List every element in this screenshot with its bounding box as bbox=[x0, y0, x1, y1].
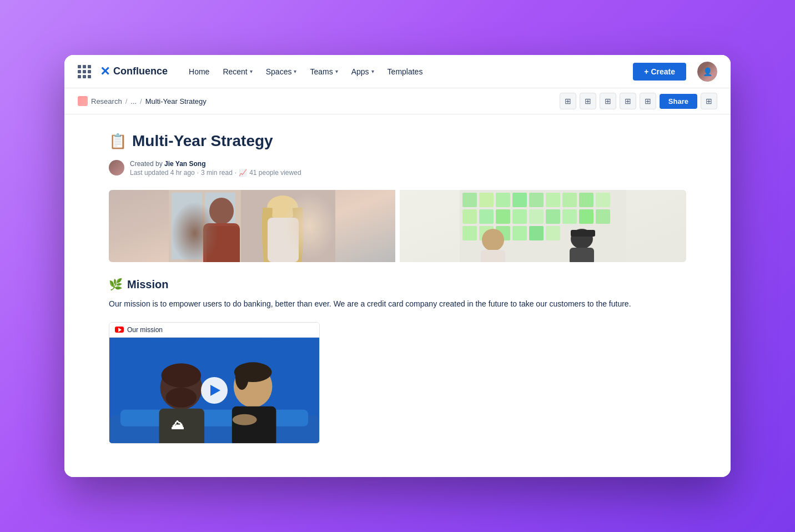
svg-rect-27 bbox=[579, 209, 593, 224]
svg-point-35 bbox=[482, 229, 504, 251]
svg-point-7 bbox=[267, 195, 298, 220]
video-thumbnail[interactable]: ⛰ bbox=[109, 338, 319, 443]
svg-rect-42 bbox=[120, 410, 308, 426]
youtube-icon bbox=[115, 327, 124, 333]
navbar: ✕ Confluence Home Recent ▾ Spaces ▾ Team… bbox=[64, 55, 731, 88]
svg-rect-33 bbox=[529, 226, 544, 240]
svg-rect-9 bbox=[460, 190, 626, 262]
svg-rect-20 bbox=[462, 209, 477, 224]
author-name[interactable]: Jie Yan Song bbox=[164, 160, 205, 168]
breadcrumb-ellipsis[interactable]: ... bbox=[130, 97, 137, 106]
nav-apps[interactable]: Apps ▾ bbox=[346, 64, 380, 79]
svg-rect-24 bbox=[529, 209, 544, 224]
svg-rect-32 bbox=[512, 226, 527, 240]
svg-rect-0 bbox=[169, 190, 335, 262]
svg-rect-13 bbox=[496, 193, 510, 207]
video-label-bar: Our mission bbox=[109, 323, 319, 338]
breadcrumb-current-page: Multi-Year Strategy bbox=[145, 97, 207, 106]
svg-rect-6 bbox=[207, 226, 240, 262]
toolbar-icon-6[interactable]: ⊞ bbox=[701, 93, 717, 109]
toolbar-icon-1[interactable]: ⊞ bbox=[560, 93, 576, 109]
svg-rect-38 bbox=[570, 248, 594, 262]
svg-rect-18 bbox=[579, 193, 593, 207]
breadcrumb: Research / ... / Multi-Year Strategy bbox=[78, 96, 207, 106]
svg-point-50 bbox=[235, 365, 249, 390]
svg-point-4 bbox=[209, 198, 234, 224]
confluence-logo[interactable]: ✕ Confluence bbox=[100, 64, 168, 79]
svg-rect-14 bbox=[512, 193, 527, 207]
author-avatar bbox=[109, 160, 124, 175]
svg-rect-10 bbox=[460, 190, 626, 262]
hero-image-left bbox=[109, 190, 395, 262]
views-icon: 📈 bbox=[239, 169, 247, 177]
svg-text:⛰: ⛰ bbox=[171, 417, 184, 432]
breadcrumb-research-link[interactable]: Research bbox=[91, 97, 122, 106]
author-created-by: Created by Jie Yan Song bbox=[130, 159, 301, 169]
nav-teams[interactable]: Teams ▾ bbox=[304, 64, 343, 79]
svg-rect-21 bbox=[479, 209, 494, 224]
toolbar-icon-4[interactable]: ⊞ bbox=[620, 93, 636, 109]
create-button[interactable]: + Create bbox=[633, 63, 686, 81]
svg-rect-31 bbox=[496, 226, 510, 240]
svg-rect-19 bbox=[596, 193, 610, 207]
page-title-text: Multi-Year Strategy bbox=[132, 132, 273, 150]
toolbar-icon-5[interactable]: ⊞ bbox=[640, 93, 656, 109]
grid-menu-icon[interactable] bbox=[78, 65, 91, 78]
read-time-text: 3 min read bbox=[201, 169, 233, 177]
author-meta: Last updated 4 hr ago · 3 min read · 📈 4… bbox=[130, 169, 301, 177]
author-details: Created by Jie Yan Song Last updated 4 h… bbox=[130, 159, 301, 177]
nav-spaces[interactable]: Spaces ▾ bbox=[260, 64, 303, 79]
svg-point-45 bbox=[162, 363, 202, 388]
svg-rect-17 bbox=[562, 193, 577, 207]
svg-rect-29 bbox=[462, 226, 477, 240]
page-content: 📋 Multi-Year Strategy Created by Jie Yan… bbox=[64, 114, 731, 477]
svg-rect-8 bbox=[268, 218, 299, 262]
nav-templates[interactable]: Templates bbox=[382, 64, 429, 79]
svg-rect-36 bbox=[481, 250, 505, 262]
video-embed: Our mission ⛰ bbox=[109, 322, 320, 444]
video-label-text: Our mission bbox=[127, 326, 163, 334]
share-button[interactable]: Share bbox=[660, 94, 697, 109]
svg-point-44 bbox=[165, 388, 197, 408]
video-play-button[interactable] bbox=[201, 377, 228, 404]
svg-rect-3 bbox=[205, 193, 235, 259]
svg-rect-2 bbox=[172, 193, 202, 259]
logo-text: Confluence bbox=[113, 66, 168, 77]
hero-image-right bbox=[400, 190, 686, 262]
nav-recent[interactable]: Recent ▾ bbox=[217, 64, 258, 79]
author-block: Created by Jie Yan Song Last updated 4 h… bbox=[109, 159, 686, 177]
svg-rect-51 bbox=[232, 406, 276, 443]
svg-rect-22 bbox=[496, 209, 510, 224]
user-avatar[interactable]: 👤 bbox=[697, 62, 717, 82]
space-icon bbox=[78, 96, 88, 106]
toolbar-icon-2[interactable]: ⊞ bbox=[580, 93, 596, 109]
svg-point-52 bbox=[233, 414, 257, 425]
svg-rect-11 bbox=[462, 193, 477, 207]
breadcrumb-sep-2: / bbox=[140, 97, 142, 106]
svg-rect-39 bbox=[571, 230, 595, 237]
teams-chevron: ▾ bbox=[335, 68, 338, 74]
breadcrumb-bar: Research / ... / Multi-Year Strategy ⊞ ⊞… bbox=[64, 88, 731, 114]
last-updated-text: Last updated 4 hr ago bbox=[130, 169, 195, 177]
svg-point-37 bbox=[571, 229, 593, 249]
page-title-emoji: 📋 bbox=[109, 133, 127, 150]
svg-rect-23 bbox=[512, 209, 527, 224]
toolbar-icon-3[interactable]: ⊞ bbox=[600, 93, 616, 109]
mission-emoji: 🌿 bbox=[109, 278, 123, 291]
svg-rect-34 bbox=[546, 226, 560, 240]
spaces-chevron: ▾ bbox=[294, 68, 296, 74]
svg-rect-30 bbox=[479, 226, 494, 240]
mission-text: Our mission is to empower users to do ba… bbox=[109, 298, 686, 311]
hero-images bbox=[109, 190, 686, 262]
avatar-image: 👤 bbox=[697, 62, 717, 82]
views-text: 41 people viewed bbox=[249, 169, 301, 177]
recent-chevron: ▾ bbox=[250, 68, 253, 74]
svg-rect-28 bbox=[596, 209, 610, 224]
svg-rect-12 bbox=[479, 193, 494, 207]
svg-rect-25 bbox=[546, 209, 560, 224]
page-title-block: 📋 Multi-Year Strategy bbox=[109, 132, 686, 150]
svg-rect-15 bbox=[529, 193, 544, 207]
mission-heading: 🌿 Mission bbox=[109, 278, 686, 291]
nav-home[interactable]: Home bbox=[183, 64, 215, 79]
svg-rect-5 bbox=[203, 223, 240, 262]
